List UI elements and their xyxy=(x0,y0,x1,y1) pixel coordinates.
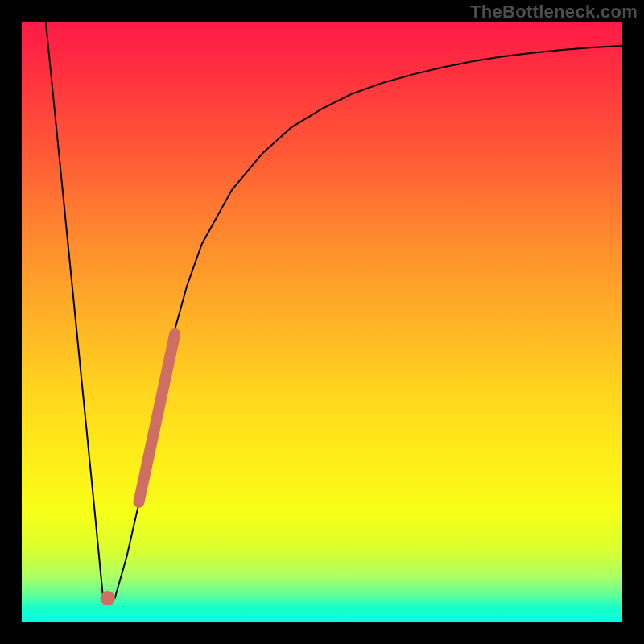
chart-frame: TheBottleneck.com xyxy=(0,0,644,644)
highlight-segment xyxy=(138,334,175,502)
watermark-text: TheBottleneck.com xyxy=(470,2,638,23)
curve-line xyxy=(46,22,622,598)
chart-overlay xyxy=(22,22,622,622)
marker-dot xyxy=(101,591,115,605)
